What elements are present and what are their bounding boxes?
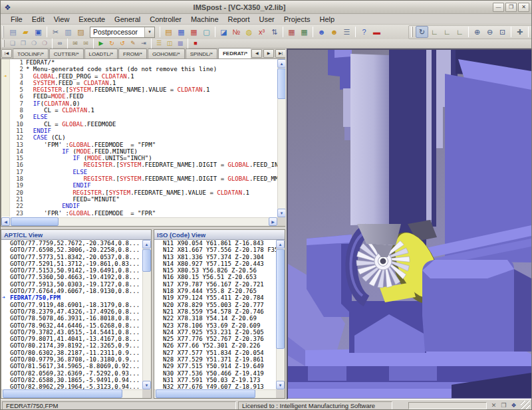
tile-button[interactable]: ❐ (18, 39, 29, 48)
step-button[interactable]: ⇥ (138, 39, 149, 48)
new-file-button[interactable]: ▤ (7, 26, 19, 38)
tab-spindl[interactable]: SPINDL/* (186, 49, 217, 58)
menu-help[interactable]: Help (315, 15, 340, 24)
grid-button[interactable]: ▦ (298, 26, 311, 38)
tab-loadtl[interactable]: LOADTL/* (84, 49, 118, 58)
list-item[interactable]: N24 X77.925 Y53.231 Z-20.505 (154, 329, 276, 336)
view-xy-button[interactable]: ∟ (428, 26, 441, 38)
toolbar-handle[interactable] (3, 26, 4, 38)
list-item[interactable]: N13 X81.336 Y57.374 Z-20.304 (154, 254, 276, 260)
menu-user[interactable]: User (255, 15, 279, 24)
postprocessor-combo[interactable]: Postprocessor▾ (90, 27, 155, 38)
comment-off-button[interactable]: ❍ (39, 39, 50, 48)
scroll-up-button[interactable]: ▲ (276, 240, 285, 249)
tab-from[interactable]: FROM/* (118, 49, 147, 58)
code-line[interactable]: 20 REGISTER.[SYSTEM.FEEDRATE_NAME].VALUE… (1, 189, 277, 196)
list-item[interactable]: N27 X77.577 Y51.834 Z-20.054 (154, 350, 276, 356)
refresh-all-button[interactable]: ↺ (117, 39, 128, 48)
code-line[interactable]: 5 REGISTER.[SYSTEM.FEEDRATE_NAME].VALUE … (1, 86, 277, 93)
resize-grip[interactable] (521, 401, 530, 410)
code-line[interactable]: 21 FEED="MINUTE" (1, 196, 277, 203)
apt-list[interactable]: GOTO/77.7759,52.7672,-20.3764,0.8...GOTO… (1, 240, 142, 389)
list-item[interactable]: N31 X77.591 Y50.03 Z-19.173 (154, 377, 276, 383)
code-line[interactable]: 7 IF(CLDATAN.0) (1, 100, 277, 107)
help-button[interactable]: ? (358, 26, 370, 38)
sort-button[interactable]: ⇅ (268, 26, 281, 38)
status-restore-icon[interactable]: ❐ (499, 401, 509, 410)
apt-vscrollbar[interactable]: ▲ ▼ (142, 240, 151, 389)
edit-run-button[interactable]: ✎ (128, 39, 138, 48)
status-close-icon[interactable]: ✕ (489, 401, 499, 410)
user-gold-button[interactable]: ☻ (328, 26, 340, 38)
list-item[interactable]: N11 X90.054 Y61.861 Z-16.843 (154, 240, 276, 247)
minimize-button[interactable]: — (493, 3, 504, 12)
menu-execute[interactable]: Execute (74, 15, 110, 24)
open-folder-button[interactable]: ▰ (19, 26, 32, 38)
zoom-out-button[interactable]: ⊖ (483, 26, 496, 38)
toolbar-handle[interactable] (3, 40, 5, 47)
list-item[interactable]: GOTO/77.5153,50.9142,-19.6491,0.8... (1, 267, 142, 274)
run-button[interactable]: ▶ (96, 39, 106, 48)
list-item[interactable]: N12 X81.667 Y57.556 Z-20.178 F350. (154, 247, 276, 253)
editor-hscrollbar[interactable]: ◀ ▶ (1, 217, 277, 226)
list-item[interactable]: GOTO/77.5773,51.8342,-20.0537,0.8... (1, 254, 142, 260)
rec-button[interactable]: ▬ (370, 26, 383, 38)
list-item[interactable]: N30 X77.536 Y50.466 Z-19.419 (154, 370, 276, 377)
combo-dropdown-icon[interactable]: ▾ (144, 27, 154, 37)
list-output-button[interactable]: ☰ (154, 39, 164, 48)
tab-prev-button[interactable]: ◀ (251, 49, 262, 58)
list-item[interactable]: N20 X78.829 Y55.003 Z-20.777 (154, 302, 276, 308)
menu-controller[interactable]: Controller (145, 15, 186, 24)
list-item[interactable]: ➔FEDRAT/750,FPM (1, 294, 142, 301)
list-item[interactable]: GOTO/82.0569,32.6369,-7.5292,0.93... (1, 370, 142, 377)
code-line[interactable]: 11 ENDIF (1, 128, 277, 134)
list-item[interactable]: N23 X78.106 Y53.69 Z-20.609 (154, 322, 276, 329)
list-item[interactable]: GOTO/80.2174,39.8192,-12.3265,0.9... (1, 342, 142, 349)
list-item[interactable]: N21 X78.559 Y54.578 Z-20.746 (154, 308, 276, 315)
list-item[interactable]: N29 X77.515 Y50.914 Z-19.649 (154, 363, 276, 369)
cut-button[interactable]: ✂ (49, 26, 62, 38)
code-line[interactable]: 4 SYSTEM.FEED = CLDATAN.1 (1, 80, 277, 86)
list-item[interactable]: GOTO/77.9119,48.6901,-18.3179,0.8... (1, 302, 142, 308)
comment-button[interactable]: ❍ (29, 39, 39, 48)
hscroll-thumb[interactable] (156, 389, 255, 398)
menu-machine[interactable]: Machine (186, 15, 223, 24)
list-item[interactable]: GOTO/81.5617,34.5965,-8.8069,0.92... (1, 363, 142, 369)
code-line[interactable]: 12 CASE (CL) (1, 134, 277, 141)
status-debug-icon[interactable]: ❖ (509, 401, 519, 410)
tab-first-button[interactable]: |◀ (1, 49, 12, 58)
list-item[interactable]: N15 X80.53 Y56.826 Z-20.56 (154, 267, 276, 274)
code-line[interactable]: 1FEDRAT/* (1, 59, 277, 66)
view-yz-button[interactable]: ∟ (454, 26, 466, 38)
list-item[interactable]: GOTO/79.8071,41.4041,-13.4167,0.8... (1, 336, 142, 342)
code-line[interactable]: 17 ELSE (1, 169, 277, 175)
list-item[interactable]: N19 X79.124 Y55.411 Z-20.784 (154, 294, 276, 301)
code-line[interactable]: 15 IF (MODE.UNITS="INCH") (1, 155, 277, 161)
orbit-button[interactable]: ↻ (416, 26, 428, 38)
close-button[interactable]: ✕ (518, 3, 529, 12)
list-item[interactable]: GOTO/78.2379,47.4326,-17.4926,0.8... (1, 308, 142, 315)
send-all-button[interactable]: ✉ (80, 39, 91, 48)
zoom-in-button[interactable]: ⊕ (471, 26, 483, 38)
save-button[interactable]: ▣ (32, 26, 45, 38)
code-line[interactable]: 16 REGISTER.[SYSTEM.FEEDRATE_NAME].DIGIT… (1, 161, 277, 168)
scroll-down-button[interactable]: ▼ (276, 381, 285, 389)
stop-button[interactable]: ■ (190, 39, 201, 48)
balloon-button[interactable]: ◍ (243, 26, 255, 38)
code-line[interactable]: ➔3 GLOBAL.FEED_PROG = CLDATAN.1 (1, 73, 277, 80)
list-item[interactable]: GOTO/79.3782,43.0515,-14.5441,0.8... (1, 329, 142, 336)
list-item[interactable]: GOTO/77.6764,49.6067,-18.9130,0.8... (1, 288, 142, 294)
code-line[interactable]: 2* Menu-generated code start (do not rem… (1, 66, 277, 72)
compare-button[interactable]: ◫ (164, 39, 175, 48)
maximize-button[interactable]: ❐ (505, 3, 517, 12)
tab-toolinf[interactable]: TOOLINF/* (13, 49, 49, 58)
tab-next-button[interactable]: ▶ (263, 49, 274, 58)
scroll-down-button[interactable]: ▼ (142, 381, 151, 389)
menu-view[interactable]: View (49, 15, 74, 24)
solid-view-button[interactable]: ▩ (175, 39, 186, 48)
code-line[interactable]: 19 ENDIF (1, 182, 277, 189)
window-button[interactable]: ❏ (7, 39, 18, 48)
list-item[interactable]: GOTO/77.5291,51.3712,-19.861,0.83... (1, 260, 142, 267)
hscroll-thumb[interactable] (3, 389, 122, 398)
paste-button[interactable]: ▨ (74, 26, 87, 38)
